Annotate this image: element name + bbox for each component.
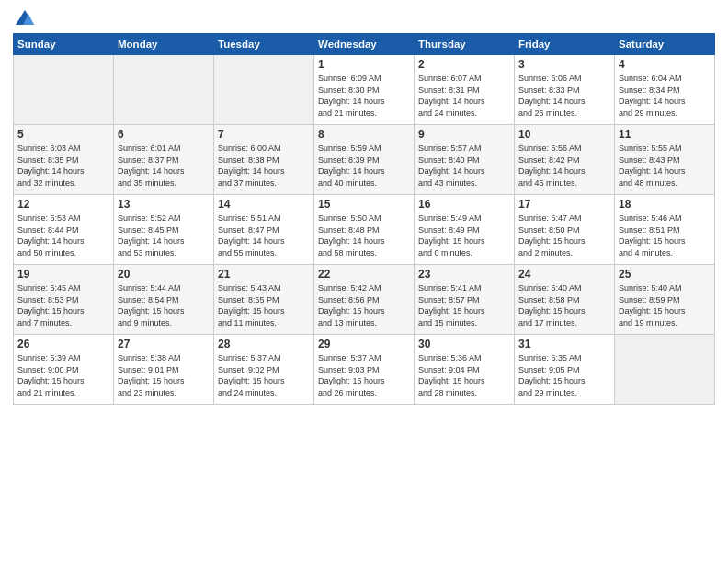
day-number: 13: [118, 198, 210, 211]
calendar-cell: [214, 55, 314, 125]
day-info: Sunrise: 5:38 AM Sunset: 9:01 PM Dayligh…: [118, 352, 210, 398]
day-number: 29: [318, 338, 410, 350]
day-number: 16: [418, 198, 510, 211]
day-info: Sunrise: 6:00 AM Sunset: 8:38 PM Dayligh…: [218, 143, 310, 189]
page-header: [13, 9, 715, 26]
day-number: 3: [518, 58, 610, 71]
logo-icon: [15, 9, 35, 26]
calendar-cell: 29Sunrise: 5:37 AM Sunset: 9:03 PM Dayli…: [314, 335, 415, 405]
day-number: 6: [118, 128, 210, 141]
calendar-cell: 2Sunrise: 6:07 AM Sunset: 8:31 PM Daylig…: [415, 55, 515, 125]
day-info: Sunrise: 5:53 AM Sunset: 8:44 PM Dayligh…: [17, 213, 109, 259]
calendar-cell: 4Sunrise: 6:04 AM Sunset: 8:34 PM Daylig…: [615, 55, 715, 125]
calendar-cell: 16Sunrise: 5:49 AM Sunset: 8:49 PM Dayli…: [415, 195, 515, 265]
calendar-cell: 25Sunrise: 5:40 AM Sunset: 8:59 PM Dayli…: [615, 265, 715, 335]
day-number: 4: [619, 58, 711, 71]
day-number: 19: [17, 268, 109, 281]
page-container: SundayMondayTuesdayWednesdayThursdayFrid…: [0, 0, 728, 414]
calendar-cell: 10Sunrise: 5:56 AM Sunset: 8:42 PM Dayli…: [515, 125, 615, 195]
day-number: 28: [218, 338, 310, 350]
day-info: Sunrise: 5:43 AM Sunset: 8:55 PM Dayligh…: [218, 282, 310, 328]
day-number: 21: [218, 268, 310, 281]
day-number: 14: [218, 198, 310, 211]
calendar-cell: 18Sunrise: 5:46 AM Sunset: 8:51 PM Dayli…: [615, 195, 715, 265]
calendar-cell: 12Sunrise: 5:53 AM Sunset: 8:44 PM Dayli…: [14, 195, 114, 265]
day-info: Sunrise: 6:06 AM Sunset: 8:33 PM Dayligh…: [518, 73, 610, 119]
day-number: 12: [17, 198, 109, 211]
day-number: 11: [619, 128, 711, 141]
logo: [13, 9, 35, 26]
day-info: Sunrise: 5:56 AM Sunset: 8:42 PM Dayligh…: [518, 143, 610, 189]
day-number: 7: [218, 128, 310, 141]
day-info: Sunrise: 5:47 AM Sunset: 8:50 PM Dayligh…: [518, 213, 610, 259]
calendar-cell: 8Sunrise: 5:59 AM Sunset: 8:39 PM Daylig…: [314, 125, 415, 195]
day-info: Sunrise: 5:42 AM Sunset: 8:56 PM Dayligh…: [318, 282, 410, 328]
day-info: Sunrise: 5:40 AM Sunset: 8:59 PM Dayligh…: [619, 282, 711, 328]
calendar-week-row: 19Sunrise: 5:45 AM Sunset: 8:53 PM Dayli…: [14, 265, 715, 335]
calendar-table: SundayMondayTuesdayWednesdayThursdayFrid…: [13, 33, 715, 405]
calendar-cell: 22Sunrise: 5:42 AM Sunset: 8:56 PM Dayli…: [314, 265, 415, 335]
day-info: Sunrise: 6:09 AM Sunset: 8:30 PM Dayligh…: [318, 73, 410, 119]
day-info: Sunrise: 5:37 AM Sunset: 9:02 PM Dayligh…: [218, 352, 310, 398]
column-header-wednesday: Wednesday: [314, 34, 415, 55]
day-number: 27: [118, 338, 210, 350]
day-info: Sunrise: 6:01 AM Sunset: 8:37 PM Dayligh…: [118, 143, 210, 189]
day-number: 31: [518, 338, 610, 350]
calendar-cell: 6Sunrise: 6:01 AM Sunset: 8:37 PM Daylig…: [114, 125, 214, 195]
day-info: Sunrise: 5:35 AM Sunset: 9:05 PM Dayligh…: [518, 352, 610, 398]
calendar-cell: 3Sunrise: 6:06 AM Sunset: 8:33 PM Daylig…: [515, 55, 615, 125]
day-info: Sunrise: 5:59 AM Sunset: 8:39 PM Dayligh…: [318, 143, 410, 189]
day-number: 20: [118, 268, 210, 281]
day-info: Sunrise: 5:49 AM Sunset: 8:49 PM Dayligh…: [418, 213, 510, 259]
day-number: 9: [418, 128, 510, 141]
day-number: 8: [318, 128, 410, 141]
column-header-thursday: Thursday: [415, 34, 515, 55]
day-number: 18: [619, 198, 711, 211]
day-info: Sunrise: 5:55 AM Sunset: 8:43 PM Dayligh…: [619, 143, 711, 189]
calendar-cell: [114, 55, 214, 125]
calendar-cell: 30Sunrise: 5:36 AM Sunset: 9:04 PM Dayli…: [415, 335, 515, 405]
day-number: 26: [17, 338, 109, 350]
day-info: Sunrise: 6:04 AM Sunset: 8:34 PM Dayligh…: [619, 73, 711, 119]
day-info: Sunrise: 5:52 AM Sunset: 8:45 PM Dayligh…: [118, 213, 210, 259]
day-info: Sunrise: 5:50 AM Sunset: 8:48 PM Dayligh…: [318, 213, 410, 259]
day-info: Sunrise: 5:39 AM Sunset: 9:00 PM Dayligh…: [17, 352, 109, 398]
day-number: 24: [518, 268, 610, 281]
calendar-cell: [14, 55, 114, 125]
day-info: Sunrise: 5:40 AM Sunset: 8:58 PM Dayligh…: [518, 282, 610, 328]
day-number: 25: [619, 268, 711, 281]
day-info: Sunrise: 5:45 AM Sunset: 8:53 PM Dayligh…: [17, 282, 109, 328]
column-header-friday: Friday: [515, 34, 615, 55]
day-number: 30: [418, 338, 510, 350]
column-header-tuesday: Tuesday: [214, 34, 314, 55]
calendar-cell: 17Sunrise: 5:47 AM Sunset: 8:50 PM Dayli…: [515, 195, 615, 265]
calendar-cell: 11Sunrise: 5:55 AM Sunset: 8:43 PM Dayli…: [615, 125, 715, 195]
calendar-cell: 20Sunrise: 5:44 AM Sunset: 8:54 PM Dayli…: [114, 265, 214, 335]
calendar-cell: 21Sunrise: 5:43 AM Sunset: 8:55 PM Dayli…: [214, 265, 314, 335]
calendar-week-row: 1Sunrise: 6:09 AM Sunset: 8:30 PM Daylig…: [14, 55, 715, 125]
calendar-cell: 5Sunrise: 6:03 AM Sunset: 8:35 PM Daylig…: [14, 125, 114, 195]
calendar-cell: 28Sunrise: 5:37 AM Sunset: 9:02 PM Dayli…: [214, 335, 314, 405]
day-info: Sunrise: 5:37 AM Sunset: 9:03 PM Dayligh…: [318, 352, 410, 398]
calendar-cell: 19Sunrise: 5:45 AM Sunset: 8:53 PM Dayli…: [14, 265, 114, 335]
day-number: 22: [318, 268, 410, 281]
day-info: Sunrise: 5:36 AM Sunset: 9:04 PM Dayligh…: [418, 352, 510, 398]
column-header-monday: Monday: [114, 34, 214, 55]
column-header-saturday: Saturday: [615, 34, 715, 55]
calendar-cell: 31Sunrise: 5:35 AM Sunset: 9:05 PM Dayli…: [515, 335, 615, 405]
day-number: 5: [17, 128, 109, 141]
day-info: Sunrise: 5:44 AM Sunset: 8:54 PM Dayligh…: [118, 282, 210, 328]
day-info: Sunrise: 6:03 AM Sunset: 8:35 PM Dayligh…: [17, 143, 109, 189]
calendar-cell: 1Sunrise: 6:09 AM Sunset: 8:30 PM Daylig…: [314, 55, 415, 125]
calendar-cell: [615, 335, 715, 405]
calendar-cell: 26Sunrise: 5:39 AM Sunset: 9:00 PM Dayli…: [14, 335, 114, 405]
calendar-cell: 9Sunrise: 5:57 AM Sunset: 8:40 PM Daylig…: [415, 125, 515, 195]
day-number: 1: [318, 58, 410, 71]
day-number: 2: [418, 58, 510, 71]
day-number: 17: [518, 198, 610, 211]
day-number: 15: [318, 198, 410, 211]
day-info: Sunrise: 5:57 AM Sunset: 8:40 PM Dayligh…: [418, 143, 510, 189]
day-number: 23: [418, 268, 510, 281]
day-info: Sunrise: 6:07 AM Sunset: 8:31 PM Dayligh…: [418, 73, 510, 119]
calendar-cell: 23Sunrise: 5:41 AM Sunset: 8:57 PM Dayli…: [415, 265, 515, 335]
